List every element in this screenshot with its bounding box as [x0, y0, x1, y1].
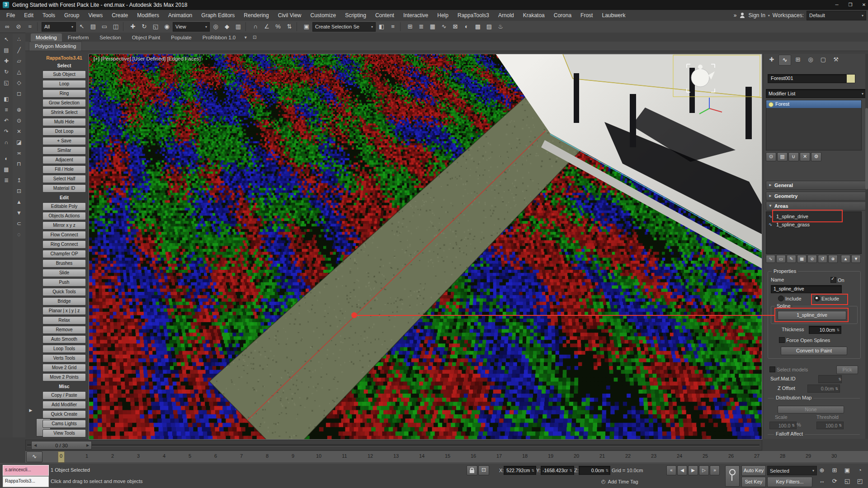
spline-pick-button[interactable]: 1_spline_drive	[778, 311, 846, 320]
bevel-icon[interactable]: ▲	[14, 197, 24, 207]
menu-scripting[interactable]: Scripting	[340, 10, 371, 21]
areas-list[interactable]: ∿1_spline_drive∿1_spline_grass	[766, 211, 862, 254]
vertex-icon[interactable]: ∴	[14, 34, 24, 44]
spinner-snap-icon[interactable]: ⇅	[284, 22, 295, 32]
menu-customize[interactable]: Customize	[306, 10, 341, 21]
orbit-icon[interactable]: ⟳	[828, 476, 841, 487]
go-to-start-button[interactable]: «	[666, 465, 676, 475]
move-area-up-button[interactable]: ▲	[841, 255, 850, 263]
target-weld-icon[interactable]: ⊙	[14, 116, 24, 126]
selection-lock-toggle[interactable]	[467, 465, 477, 475]
menu-views[interactable]: Views	[84, 10, 107, 21]
convert-to-paint-button[interactable]: Convert to Paint	[781, 347, 847, 355]
scale-spinner[interactable]: 100.0 ⇅	[769, 422, 797, 429]
key-filters-button[interactable]: Key Filters...	[767, 477, 812, 487]
select-manipulate-icon[interactable]: ◆	[222, 22, 232, 32]
snap-3d-icon[interactable]: ∩	[250, 22, 261, 32]
cut-icon[interactable]: ✕	[14, 127, 24, 136]
go-to-end-button[interactable]: »	[710, 465, 720, 475]
rappatools-button-material-id[interactable]: Material ID	[42, 184, 86, 192]
hierarchy-tab[interactable]: ⊞	[792, 55, 804, 65]
rappatools-button-add-modifier[interactable]: Add Modifier	[42, 401, 86, 409]
rappatools-button-select-half[interactable]: Select Half	[42, 175, 86, 183]
threshold-spinner[interactable]: 100.0 ⇅	[816, 422, 844, 429]
rappatools-button-verts-tools[interactable]: Verts Tools	[42, 354, 86, 362]
menu-interactive[interactable]: Interactive	[399, 10, 433, 21]
ribbon-minimize-icon[interactable]: ▾	[241, 33, 250, 42]
area-refresh-button[interactable]: ↺	[818, 255, 827, 263]
menu-edit[interactable]: Edit	[19, 10, 38, 21]
select-by-name-icon[interactable]: ▤	[88, 22, 99, 32]
viewport-canvas[interactable]	[89, 54, 762, 439]
maximize-viewport-icon[interactable]: ◱	[841, 476, 854, 487]
auto-key-button[interactable]: Auto Key	[741, 465, 766, 476]
flyout-arrow-icon[interactable]: ▶	[27, 407, 34, 414]
border-icon[interactable]: ▱	[14, 56, 24, 66]
keyboard-override-icon[interactable]: ▥	[233, 22, 244, 32]
viewport[interactable]: [+] [Perspective] [User Defined] [Edged …	[89, 54, 762, 440]
rappatools-button-flow-connect[interactable]: Flow Connect	[42, 231, 86, 239]
previous-frame-arrow-icon[interactable]: ◀	[32, 443, 39, 447]
area-surface-button[interactable]: ▦	[797, 255, 807, 263]
object-name-field[interactable]: Forest001	[768, 74, 847, 83]
rappatools-button-grow-selection[interactable]: Grow Selection	[42, 99, 86, 107]
select-models-checkbox[interactable]: Select models	[769, 366, 808, 372]
rappatools-button-objects-actions[interactable]: Objects Actions	[42, 212, 86, 220]
create-tab[interactable]: ✚	[766, 55, 778, 65]
rollout-geometry[interactable]: ► Geometry	[766, 192, 868, 201]
z-coordinate-field[interactable]: 0.0cm ⇅	[579, 466, 610, 475]
menu-krakatoa[interactable]: Krakatoa	[519, 10, 549, 21]
viewport-label[interactable]: [+] [Perspective] [User Defined] [Edged …	[94, 56, 201, 61]
remove-modifier-button[interactable]: ✕	[800, 152, 810, 161]
weld-icon[interactable]: ⊕	[14, 105, 24, 115]
menu-help[interactable]: Help	[433, 10, 453, 21]
set-keys-button[interactable]	[725, 465, 740, 487]
select-object-icon[interactable]: ↖	[76, 22, 87, 32]
area-name-field[interactable]: 1_spline_drive	[771, 285, 842, 293]
pin-stack-button[interactable]: ⊙	[766, 152, 776, 161]
rappatools-button-slide[interactable]: Slide	[42, 269, 86, 277]
time-slider[interactable]: ◀ 0 / 30 ▶	[25, 440, 762, 450]
material-editor-icon[interactable]: ◐	[1, 154, 12, 164]
rappatools-button-editable-poly[interactable]: Editable Poly	[42, 202, 86, 211]
schematic-view-icon[interactable]: ⊠	[450, 22, 461, 32]
menu-animation[interactable]: Animation	[164, 10, 197, 21]
rappatools-button-auto-smooth[interactable]: Auto Smooth	[42, 335, 86, 343]
rappatools-button-loop[interactable]: Loop	[42, 80, 86, 88]
move-area-down-button[interactable]: ▼	[851, 255, 861, 263]
areas-list-item-1_spline_drive[interactable]: ∿1_spline_drive	[766, 213, 861, 220]
utilities-tab[interactable]: ⚒	[830, 55, 842, 65]
motion-tab[interactable]: ◎	[805, 55, 816, 65]
add-time-tag[interactable]: ◴ Add Time Tag	[601, 479, 638, 484]
scene-explorer-icon[interactable]: ⊞	[405, 22, 415, 32]
rappatools-button-brushes[interactable]: Brushes	[42, 259, 86, 267]
x-coordinate-field[interactable]: 522.792cm ⇅	[504, 466, 536, 475]
object-color-swatch[interactable]	[846, 74, 855, 83]
curve-editor-icon[interactable]: ∿	[439, 22, 449, 32]
rollout-areas[interactable]: ▼ Areas	[766, 202, 868, 211]
z-offset-spinner[interactable]: 0.0cm ⇅	[807, 385, 840, 393]
selection-filter-dropdown[interactable]: All▾	[42, 22, 76, 32]
menu-tools[interactable]: Tools	[38, 10, 60, 21]
undo-icon[interactable]: ↶	[1, 116, 12, 126]
ribbon-tab-proribbon-1-0[interactable]: ProRibbon 1.0	[198, 33, 241, 42]
rollout-general[interactable]: ► General	[766, 181, 868, 190]
menu-overflow-icon[interactable]: »	[734, 12, 737, 19]
chevron-down-icon[interactable]: ▾	[768, 14, 770, 18]
named-selection-dropdown[interactable]: Create Selection Se▾	[312, 22, 376, 32]
previous-frame-button[interactable]: ◀	[677, 465, 687, 475]
menu-rappatools3[interactable]: RappaTools3	[453, 10, 494, 21]
area-spline-button[interactable]: ∿	[766, 255, 775, 263]
viewport-layout-icon[interactable]: ◰	[854, 476, 866, 487]
unlink-selection-icon[interactable]: ⊘	[13, 22, 24, 32]
maximize-button[interactable]: ❐	[844, 0, 857, 10]
ribbon-tab-object-paint[interactable]: Object Paint	[127, 33, 165, 42]
scale-icon[interactable]: ◱	[1, 78, 12, 88]
modify-tab[interactable]: ∿	[778, 55, 791, 66]
time-slider-handle[interactable]: ◀ 0 / 30 ▶	[31, 441, 92, 450]
extrude-icon[interactable]: ↥	[14, 175, 24, 185]
rectangular-selection-icon[interactable]: ▭	[99, 22, 110, 32]
play-button[interactable]: ▶	[688, 465, 698, 475]
rappatools-button-view-tools[interactable]: View Tools	[42, 429, 86, 437]
sign-in-button[interactable]: Sign In	[748, 12, 765, 19]
